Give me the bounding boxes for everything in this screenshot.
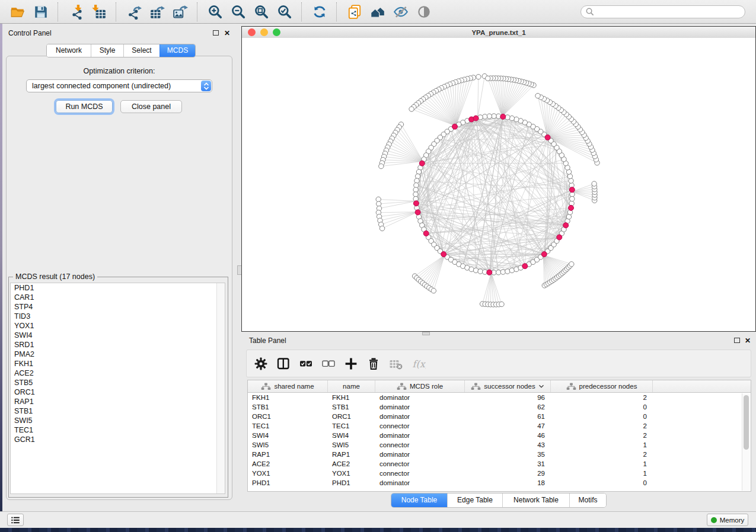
table-panel-close-button[interactable]: ✕	[745, 337, 751, 344]
zoom-in-button[interactable]	[203, 2, 227, 21]
network-snapshot-button[interactable]	[343, 2, 366, 21]
export-network-button[interactable]	[122, 2, 145, 21]
table-row[interactable]: SWI5SWI5connector431	[248, 440, 751, 450]
table-row[interactable]: YOX1YOX1connector291	[248, 469, 751, 478]
control-panel-close-button[interactable]: ✕	[224, 30, 230, 37]
table-scrollbar[interactable]	[742, 393, 750, 491]
mcds-result-item[interactable]: STP4	[11, 302, 225, 312]
close-panel-button[interactable]: Close panel	[120, 100, 182, 113]
graph-node[interactable]	[414, 183, 419, 188]
graph-mcds-hub-node[interactable]	[569, 205, 574, 210]
mcds-result-item[interactable]: FKH1	[11, 359, 225, 368]
export-image-button[interactable]	[168, 2, 192, 21]
graph-mcds-hub-node[interactable]	[423, 231, 429, 236]
control-panel-float-button[interactable]	[213, 30, 219, 36]
graph-node[interactable]	[413, 192, 418, 197]
graph-leaf-node[interactable]	[377, 201, 381, 206]
table-panel-float-button[interactable]	[734, 338, 740, 343]
graph-node[interactable]	[496, 270, 501, 275]
column-header-successor-nodes[interactable]: successor nodes	[465, 380, 551, 392]
hide-panel-button[interactable]	[389, 2, 412, 21]
table-row[interactable]: ORC1ORC1dominator610	[248, 412, 751, 421]
open-file-button[interactable]	[6, 2, 29, 21]
graph-node[interactable]	[492, 114, 496, 118]
delete-button[interactable]	[366, 357, 381, 371]
graph-leaf-node[interactable]	[486, 76, 490, 81]
show-panel-button[interactable]	[412, 2, 435, 21]
graph-leaf-node[interactable]	[409, 107, 414, 111]
graph-mcds-hub-node[interactable]	[522, 264, 528, 269]
run-mcds-button[interactable]: Run MCDS	[56, 100, 113, 113]
mcds-result-item[interactable]: STB1	[11, 406, 225, 416]
deselect-all-button[interactable]	[321, 357, 336, 371]
column-header-shared-name[interactable]: shared name	[248, 380, 328, 392]
tab-select[interactable]: Select	[123, 44, 160, 57]
network-graph[interactable]	[242, 38, 755, 331]
graph-mcds-hub-node[interactable]	[500, 114, 506, 119]
graph-node[interactable]	[570, 197, 575, 201]
columns-button[interactable]	[276, 357, 291, 371]
table-row[interactable]: STB1STB1dominator620	[248, 402, 751, 412]
table-scrollbar-thumb[interactable]	[744, 395, 749, 450]
mcds-result-item[interactable]: SRD1	[11, 340, 225, 350]
export-table-button[interactable]	[145, 2, 168, 21]
memory-button[interactable]: Memory	[707, 514, 748, 526]
table-row[interactable]: PHD1PHD1dominator180	[248, 478, 751, 488]
mcds-result-item[interactable]: ORC1	[11, 387, 225, 397]
graph-node[interactable]	[569, 178, 573, 183]
search-box[interactable]	[580, 5, 745, 18]
graph-mcds-hub-node[interactable]	[452, 124, 458, 129]
task-history-button[interactable]	[7, 514, 24, 526]
table-row[interactable]: TEC1TEC1connector472	[248, 421, 751, 431]
graph-leaf-node[interactable]	[431, 289, 436, 293]
graph-node[interactable]	[415, 174, 420, 178]
graph-leaf-node[interactable]	[592, 181, 596, 186]
tab-network[interactable]: Network	[47, 44, 91, 57]
home-button[interactable]	[366, 2, 389, 21]
mcds-result-item[interactable]: PHD1	[11, 283, 225, 293]
mcds-result-item[interactable]: RAP1	[11, 397, 225, 406]
mcds-result-item[interactable]: YOX1	[11, 321, 225, 331]
graph-mcds-hub-node[interactable]	[557, 235, 562, 240]
zoom-selected-button[interactable]	[273, 2, 296, 21]
table-row[interactable]: RAP1RAP1dominator352	[248, 450, 751, 459]
tab-style[interactable]: Style	[91, 44, 123, 57]
mcds-result-list[interactable]: PHD1CAR1STP4TID3YOX1SWI4SRD1PMA2FKH1ACE2…	[10, 283, 225, 494]
graph-mcds-hub-node[interactable]	[487, 270, 492, 275]
graph-leaf-node[interactable]	[476, 75, 481, 79]
graph-mcds-hub-node[interactable]	[441, 252, 446, 257]
graph-leaf-node[interactable]	[379, 226, 384, 230]
graph-node[interactable]	[413, 187, 418, 192]
graph-node[interactable]	[505, 269, 510, 274]
graph-node[interactable]	[478, 269, 483, 274]
graph-node[interactable]	[509, 116, 514, 120]
save-session-button[interactable]	[29, 2, 52, 21]
network-window-titlebar[interactable]: YPA_prune.txt_1	[242, 27, 755, 39]
search-input[interactable]	[597, 7, 741, 17]
mcds-result-item[interactable]: SWI4	[11, 331, 225, 340]
mcds-result-item[interactable]: ACE2	[11, 368, 225, 378]
graph-node[interactable]	[414, 178, 419, 183]
graph-leaf-node[interactable]	[569, 262, 574, 267]
table-row[interactable]: ACE2ACE2connector311	[248, 459, 751, 469]
graph-leaf-node[interactable]	[499, 302, 504, 306]
mcds-result-item[interactable]: SWI5	[11, 416, 225, 425]
zoom-fit-button[interactable]	[250, 2, 273, 21]
graph-node[interactable]	[487, 114, 492, 118]
optimization-criterion-dropdown[interactable]: largest connected component (undirected)	[26, 79, 212, 92]
graph-leaf-node[interactable]	[535, 94, 540, 98]
mcds-result-item[interactable]: PMA2	[11, 350, 225, 359]
graph-mcds-hub-node[interactable]	[545, 135, 550, 140]
import-table-button[interactable]	[87, 2, 110, 21]
tab-edge-table[interactable]: Edge Table	[447, 493, 502, 507]
mcds-list-scrollbar[interactable]	[216, 283, 225, 493]
table-row[interactable]: SWI4SWI4dominator462	[248, 431, 751, 440]
mcds-result-item[interactable]: GCR1	[11, 435, 225, 444]
graph-mcds-hub-node[interactable]	[419, 161, 425, 166]
horizontal-splitter-handle[interactable]	[422, 332, 430, 335]
mcds-result-item[interactable]: STB5	[11, 378, 225, 387]
tab-network-table[interactable]: Network Table	[502, 493, 569, 507]
network-canvas[interactable]	[242, 38, 755, 331]
tab-mcds[interactable]: MCDS	[160, 44, 195, 57]
column-header-MCDS-role[interactable]: MCDS role	[375, 380, 465, 392]
